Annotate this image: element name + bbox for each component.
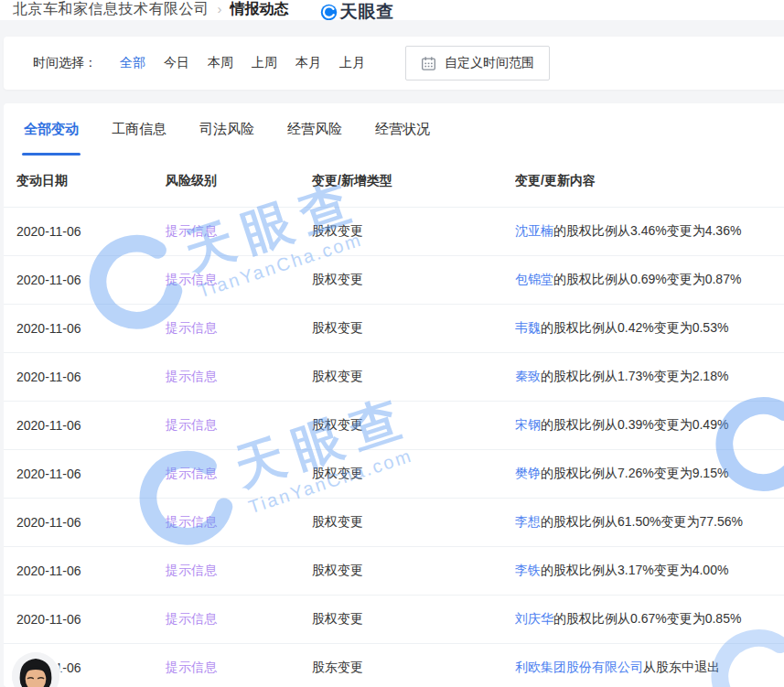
tab-label: 司法风险	[199, 121, 254, 138]
cell-change-content: 沈亚楠的股权比例从3.46%变更为4.36%	[515, 223, 784, 240]
change-detail: 的股权比例从61.50%变更为77.56%	[541, 514, 743, 529]
tab-business-info[interactable]: 工商信息	[110, 103, 168, 156]
breadcrumb: 北京车和家信息技术有限公司 › 情报动态	[13, 0, 289, 18]
cell-change-content: 秦致的股权比例从1.73%变更为2.18%	[515, 369, 784, 385]
tab-label: 经营风险	[287, 121, 342, 138]
table-row: 2020-11-06 提示信息 股权变更 韦魏的股权比例从0.42%变更为0.5…	[4, 304, 784, 352]
cell-risk-level: 提示信息	[166, 223, 312, 240]
cell-change-type: 股权变更	[312, 514, 515, 531]
tianyancha-logo[interactable]: 天眼查	[320, 0, 395, 20]
table-header: 变动日期 风险级别 变更/新增类型 变更/更新内容	[4, 156, 784, 207]
cell-change-date: 2020-11-06	[4, 224, 166, 239]
change-subject-link[interactable]: 沈亚楠	[515, 223, 553, 238]
table-body: 2020-11-06 提示信息 股权变更 沈亚楠的股权比例从3.46%变更为4.…	[4, 207, 784, 687]
time-option-this-week[interactable]: 本周	[208, 55, 233, 71]
time-option-last-month[interactable]: 上月	[339, 55, 365, 71]
risk-level-link[interactable]: 提示信息	[166, 611, 217, 626]
time-option-last-week[interactable]: 上周	[252, 55, 277, 71]
risk-level-link[interactable]: 提示信息	[166, 223, 217, 238]
cell-change-date: 2020-11-06	[4, 467, 166, 481]
breadcrumb-current: 情报动态	[231, 0, 289, 18]
time-filter-label: 时间选择：	[33, 55, 97, 71]
tab-judicial-risk[interactable]: 司法风险	[198, 103, 256, 156]
risk-level-link[interactable]: 提示信息	[166, 466, 217, 480]
risk-level-link[interactable]: 提示信息	[166, 660, 217, 674]
cell-change-type: 股权变更	[312, 417, 515, 434]
logo-eye-icon	[320, 4, 338, 21]
cell-change-type: 股权变更	[312, 369, 515, 385]
table-row: 2020-11-06 提示信息 股权变更 包锦堂的股权比例从0.69%变更为0.…	[4, 255, 784, 304]
risk-level-link[interactable]: 提示信息	[166, 417, 217, 432]
cell-change-content: 包锦堂的股权比例从0.69%变更为0.87%	[515, 272, 784, 288]
change-subject-link[interactable]: 秦致	[515, 369, 541, 383]
change-detail: 的股权比例从1.73%变更为2.18%	[541, 369, 728, 383]
cell-change-date: 2020-11-06	[4, 273, 166, 287]
custom-date-range-button[interactable]: 自定义时间范围	[405, 46, 550, 81]
tab-operating-status[interactable]: 经营状况	[373, 103, 432, 156]
change-detail: 的股权比例从0.69%变更为0.87%	[553, 272, 741, 286]
cell-risk-level: 提示信息	[166, 369, 312, 385]
col-change-type: 变更/新增类型	[312, 173, 515, 189]
cell-change-type: 股东变更	[312, 660, 515, 676]
risk-level-link[interactable]: 提示信息	[166, 272, 217, 286]
cell-change-type: 股权变更	[312, 272, 515, 288]
cell-risk-level: 提示信息	[166, 611, 312, 628]
cell-change-content: 李铁的股权比例从3.17%变更为4.00%	[515, 563, 784, 579]
cell-change-content: 刘庆华的股权比例从0.67%变更为0.85%	[515, 611, 784, 628]
table-row: 2020-11-06 提示信息 股权变更 李铁的股权比例从3.17%变更为4.0…	[4, 546, 784, 595]
change-subject-link[interactable]: 韦魏	[515, 320, 541, 335]
table-row: 2020-11-06 提示信息 股权变更 刘庆华的股权比例从0.67%变更为0.…	[4, 595, 784, 643]
cell-change-date: 2020-11-06	[4, 515, 166, 530]
change-detail: 从股东中退出	[643, 660, 720, 674]
cell-risk-level: 提示信息	[166, 272, 312, 288]
custom-range-label: 自定义时间范围	[445, 55, 534, 71]
time-option-today[interactable]: 今日	[164, 55, 189, 71]
cell-change-content: 韦魏的股权比例从0.42%变更为0.53%	[515, 320, 784, 337]
time-option-all[interactable]: 全部	[120, 55, 145, 71]
table-row: 2020-11-06 提示信息 股权变更 樊铮的股权比例从7.26%变更为9.1…	[4, 449, 784, 498]
cell-risk-level: 提示信息	[166, 514, 312, 531]
main-card: 全部变动 工商信息 司法风险 经营风险 经营状况 变动日期 风险级别 变更/新增…	[4, 103, 784, 687]
tab-label: 工商信息	[112, 121, 166, 138]
risk-level-link[interactable]: 提示信息	[166, 563, 217, 577]
table-row: 2020-11-06 提示信息 股权变更 李想的股权比例从61.50%变更为77…	[4, 498, 784, 546]
cell-risk-level: 提示信息	[166, 660, 312, 676]
change-subject-link[interactable]: 宋钢	[515, 417, 541, 432]
page: { "breadcrumb": { "company": "北京车和家信息技术有…	[0, 0, 784, 687]
cell-risk-level: 提示信息	[166, 563, 312, 579]
tab-operating-risk[interactable]: 经营风险	[285, 103, 344, 156]
time-option-this-month[interactable]: 本月	[295, 55, 321, 71]
change-detail: 的股权比例从7.26%变更为9.15%	[541, 466, 728, 480]
change-subject-link[interactable]: 包锦堂	[515, 272, 553, 286]
tab-all-changes[interactable]: 全部变动	[22, 103, 81, 156]
change-detail: 的股权比例从3.46%变更为4.36%	[553, 223, 741, 238]
risk-level-link[interactable]: 提示信息	[166, 369, 217, 383]
calendar-icon	[421, 56, 436, 71]
change-subject-link[interactable]: 利欧集团股份有限公司	[515, 660, 643, 674]
cell-risk-level: 提示信息	[166, 466, 312, 482]
breadcrumb-company-link[interactable]: 北京车和家信息技术有限公司	[13, 0, 209, 18]
risk-level-link[interactable]: 提示信息	[166, 320, 217, 335]
change-subject-link[interactable]: 李铁	[515, 563, 541, 577]
change-subject-link[interactable]: 李想	[515, 514, 541, 529]
cell-change-type: 股权变更	[312, 563, 515, 579]
cell-change-content: 利欧集团股份有限公司从股东中退出	[515, 660, 784, 676]
risk-level-link[interactable]: 提示信息	[166, 514, 217, 529]
topbar: 北京车和家信息技术有限公司 › 情报动态 天眼查	[0, 0, 784, 20]
cell-change-date: 2020-11-06	[4, 321, 166, 336]
table-row: 2020-11-06 提示信息 股权变更 沈亚楠的股权比例从3.46%变更为4.…	[4, 207, 784, 255]
tab-label: 经营状况	[375, 121, 430, 138]
cell-change-date: 2020-11-06	[4, 564, 166, 578]
col-risk-level: 风险级别	[166, 173, 312, 189]
cell-change-type: 股权变更	[312, 320, 515, 337]
change-detail: 的股权比例从0.39%变更为0.49%	[541, 417, 728, 432]
cell-change-type: 股权变更	[312, 611, 515, 628]
cell-change-content: 李想的股权比例从61.50%变更为77.56%	[515, 514, 784, 531]
col-change-date: 变动日期	[4, 173, 166, 189]
cell-change-content: 樊铮的股权比例从7.26%变更为9.15%	[515, 466, 784, 482]
time-filter-card: 时间选择： 全部 今日 本周 上周 本月 上月 自定义时间范围	[4, 37, 784, 90]
change-detail: 的股权比例从0.42%变更为0.53%	[541, 320, 728, 335]
change-subject-link[interactable]: 樊铮	[515, 466, 541, 480]
change-subject-link[interactable]: 刘庆华	[515, 611, 553, 626]
cell-change-type: 股权变更	[312, 223, 515, 240]
